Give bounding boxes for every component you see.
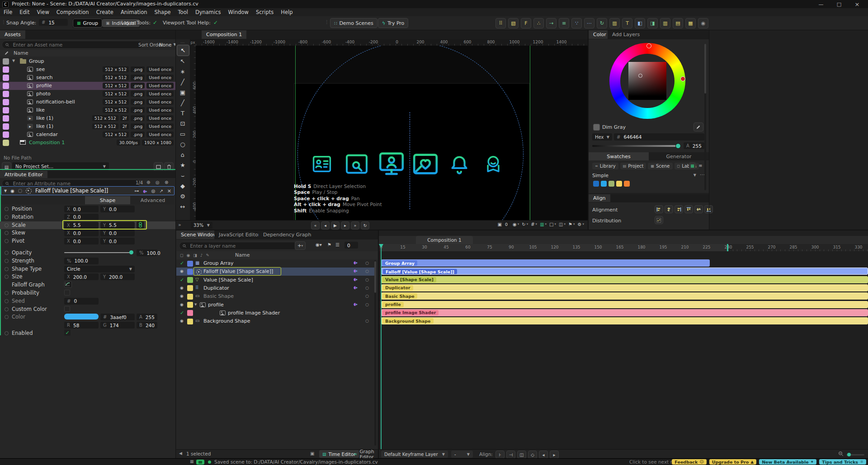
tool-14-icon[interactable]: ⚙ [177,191,189,202]
browser-image[interactable] [343,150,371,178]
filter-count-field[interactable]: 0 [344,242,358,249]
falloff-graph-button[interactable] [64,281,72,288]
demo-scenes-button[interactable]: ∷ Demo Scenes [330,18,377,28]
timeline-bar-duplicator[interactable]: Duplicator [381,284,868,291]
library-tab-project[interactable]: ▤Project [620,163,646,169]
timeline-tool-2-button[interactable]: ◫ [517,451,526,459]
solo-filter-icon[interactable]: ⚑ [327,242,331,247]
viewport-option-3-icon[interactable]: #▾ [531,222,537,227]
layer-target-circle[interactable]: ○ [365,269,369,273]
socket-icon[interactable] [5,223,9,227]
socket-icon[interactable] [5,207,9,211]
palette-swatch-0[interactable] [593,181,599,187]
link-scale-icon[interactable] [137,221,144,229]
viewport-option-1-icon[interactable]: ◉▾ [513,222,519,227]
snap-angle-field[interactable]: # 15 [39,19,68,26]
dock-icon[interactable]: ▣ [310,451,314,456]
layer-target-circle[interactable]: ○ [365,277,369,282]
scene-row-duplicator[interactable]: ◉⠿Duplicator◖▸○ [176,284,374,292]
socket-icon[interactable] [18,189,22,193]
scene-column-icon-1[interactable]: ◉ [186,253,190,258]
menu-item-composition[interactable]: Composition [53,8,93,16]
viewport-canvas[interactable]: Hold SDirect Layer SelectionSpacePlay / … [196,46,588,220]
chevron-down-icon[interactable]: ▼ [12,59,15,63]
eye-icon[interactable]: ◉ [10,188,14,193]
attribute-header[interactable]: ▼ ◉ Falloff [Value [Shape Scale]] ⊶ ◖▸ ◎… [1,186,175,195]
javascript-editor-tab[interactable]: JavaScript Editor [214,230,264,239]
saturation-square[interactable] [628,62,666,100]
distribute-button[interactable] [655,216,663,224]
asset-row-like-1[interactable]: ▶like (1)512 x 5122f.pngUsed once [0,122,175,131]
socket-icon[interactable] [5,291,9,295]
value-field[interactable]: Y200.0 [100,273,135,280]
value-field[interactable]: %100.0 [137,249,157,256]
scene-scrollbar[interactable] [374,260,376,446]
tool-13-icon[interactable]: ◆ [177,181,189,191]
transport-3-button[interactable]: ▸ [341,221,349,230]
collapse-icon[interactable]: ▼ [4,189,7,193]
viewport-option-8-icon[interactable]: ⚙▾ [578,222,584,227]
asset-swatch[interactable] [3,91,9,97]
maximize-button[interactable]: □ [830,0,848,8]
swatch-group-select[interactable]: Simple ▼ [592,172,696,178]
popout-icon[interactable]: ↗ [159,188,163,193]
value-field[interactable]: R58 [64,322,99,329]
timeline-bar-basic-shape[interactable]: Basic Shape [381,292,868,300]
timeline-comp-tab[interactable]: Composition 1 [416,236,473,244]
status-chip-tips-and-tricks[interactable]: Tips and Tricks☼ [819,459,866,465]
delete-asset-button[interactable] [164,162,174,171]
align-left-button[interactable] [655,205,663,213]
hue-marker[interactable] [646,43,651,48]
socket-icon[interactable] [5,239,9,243]
layer-color-swatch[interactable] [187,310,193,316]
layer-enabled-check-icon[interactable]: ✓ [180,277,184,283]
asset-swatch[interactable] [3,123,9,130]
console-grid-icon[interactable]: ▦ [190,459,194,464]
toolbar-icon-9[interactable]: ▥ [609,18,620,28]
toolbar-icon-0[interactable]: ⠿ [495,18,506,28]
color-swatch-button[interactable] [64,314,99,319]
tool-2-icon[interactable]: ∗ [177,66,189,77]
tool-1-icon[interactable]: ↖ [177,56,189,66]
transport-1-button[interactable]: ◂ [321,221,330,230]
smiley-image[interactable] [481,152,505,176]
value-field[interactable]: B240 [137,322,157,329]
add-layers-tab[interactable]: Add Layers [608,30,644,39]
bell-image[interactable] [445,150,473,178]
value-field[interactable]: Y0.0 [100,230,135,236]
scene-column-icon-3[interactable]: ♪ [200,253,203,258]
layer-target-circle[interactable]: ○ [365,286,369,290]
group-mode-button[interactable]: ▦ Group [73,19,102,28]
asset-row-like-1[interactable]: ▶like (1)512 x 5122f.pngUsed once [0,114,175,122]
menu-item-create[interactable]: Create [93,8,117,16]
layer-target-circle[interactable]: ○ [365,302,369,307]
checkbox[interactable] [64,306,70,312]
layer-color-swatch[interactable] [187,261,193,267]
collapse-panel-icon[interactable]: ◀ [179,451,182,456]
layer-visibility-eye-icon[interactable]: ◉ [180,319,184,323]
current-color-swatch[interactable] [593,124,600,131]
socket-icon[interactable] [5,259,9,263]
hex-value-field[interactable]: # 646464 [614,133,704,141]
viewport-tab[interactable]: Composition 1 [202,30,246,39]
hue-marker2[interactable] [680,76,685,81]
transport-4-button[interactable]: » [351,221,359,230]
menu-item-help[interactable]: Help [277,8,296,16]
socket-icon[interactable] [5,215,9,219]
viewport-option-7-icon[interactable]: ⚑▾ [568,222,575,227]
sort-order-select[interactable]: None▼ [159,41,174,48]
tool-4-icon[interactable]: ▣ [177,87,189,98]
socket-icon[interactable] [5,315,9,319]
timeline-tool-5-button[interactable]: ▸ [550,451,559,459]
timeline-bar-falloff-value-shape-scale[interactable]: Falloff [Value [Shape Scale]] [381,268,868,275]
list-view-icon[interactable]: ≡ [697,162,704,169]
value-field[interactable]: X0.0 [64,238,99,244]
value-field[interactable]: Z0.0 [64,214,99,221]
value-field[interactable]: #0 [64,298,99,305]
color-panel-scrollbar[interactable] [704,44,706,190]
toolbar-icon-7[interactable]: ⋯ [584,18,594,28]
timeline-tool-1-button[interactable]: ⊣ [506,451,515,459]
tool-0-icon[interactable]: ↖ [177,45,189,56]
value-field[interactable]: X0.0 [64,230,99,236]
layer-enabled-check-icon[interactable]: ✓ [180,310,184,316]
